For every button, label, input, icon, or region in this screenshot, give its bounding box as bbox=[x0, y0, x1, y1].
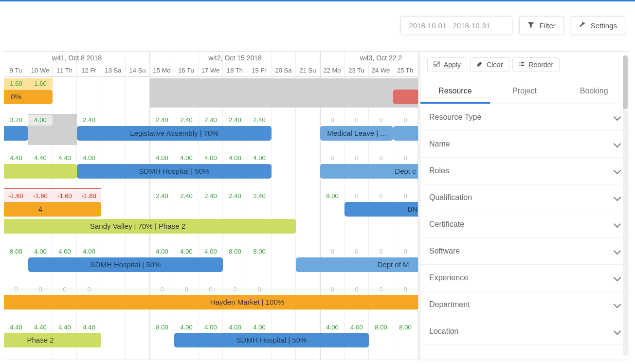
capacity-cell: 2.40 bbox=[174, 115, 199, 126]
apply-button[interactable]: Apply bbox=[427, 57, 467, 72]
tab-resource[interactable]: Resource bbox=[420, 80, 490, 104]
filter-name[interactable]: Name bbox=[420, 131, 629, 158]
filter-resource-type[interactable]: Resource Type bbox=[420, 104, 629, 131]
reorder-button[interactable]: Reorder bbox=[512, 57, 560, 72]
capacity-cell: -1.60 bbox=[77, 191, 101, 201]
capacity-cell: 8.00 bbox=[369, 322, 393, 333]
filter-software[interactable]: Software bbox=[420, 238, 629, 265]
date-range-input[interactable]: 2018-10-01 - 2018-10-31 bbox=[400, 16, 512, 35]
day-header[interactable]: 23 Tu bbox=[345, 64, 369, 77]
day-header[interactable]: 21 Su bbox=[296, 64, 320, 77]
capacity-cell: 4.00 bbox=[345, 322, 369, 333]
day-header[interactable]: 9 Tu bbox=[4, 64, 28, 77]
gantt-chart[interactable]: w41, Oct 8 2018w42, Oct 15 2018w43, Oct … bbox=[4, 51, 418, 360]
capacity-cell: 0 bbox=[393, 284, 417, 295]
day-header[interactable]: 13 Sa bbox=[101, 64, 126, 77]
capacity-cell: 8.00 bbox=[393, 322, 417, 333]
capacity-cell: 0 bbox=[345, 153, 369, 164]
capacity-cell: 8.00 bbox=[150, 322, 174, 333]
day-header[interactable]: 16 Tu bbox=[174, 64, 199, 77]
wrench-icon bbox=[579, 21, 586, 30]
capacity-cell: 4.00 bbox=[199, 322, 223, 333]
capacity-cell: 8.00 bbox=[223, 246, 247, 257]
capacity-cell: 4.00 bbox=[77, 246, 101, 257]
booking-bar[interactable] bbox=[4, 126, 28, 141]
capacity-cell: -1.60 bbox=[4, 191, 28, 201]
capacity-cell: 4.00 bbox=[223, 153, 247, 164]
booking-bar[interactable]: Sandy Valley | 70% | Phase 2 bbox=[4, 219, 296, 234]
day-header[interactable]: 17 We bbox=[199, 64, 223, 77]
capacity-cell: 1.60 bbox=[28, 78, 53, 89]
booking-bar[interactable]: SDMH Hospital | 50% bbox=[28, 257, 223, 272]
chevron-down-icon bbox=[615, 247, 620, 255]
filter-location[interactable]: Location bbox=[420, 318, 629, 345]
day-header[interactable]: 24 We bbox=[369, 64, 393, 77]
capacity-cell: 8.00 bbox=[320, 191, 345, 201]
day-header[interactable]: 18 Th bbox=[223, 64, 247, 77]
chevron-down-icon bbox=[615, 273, 620, 282]
capacity-cell: 0 bbox=[369, 153, 393, 164]
booking-bar[interactable]: SDMH Hospital | 50% bbox=[174, 333, 369, 347]
check-icon bbox=[434, 61, 440, 69]
booking-bar[interactable] bbox=[393, 90, 418, 104]
capacity-cell: 0 bbox=[369, 246, 393, 257]
capacity-cell: 4.40 bbox=[4, 153, 28, 164]
filter-roles[interactable]: Roles bbox=[420, 158, 629, 184]
apply-button-label: Apply bbox=[444, 61, 461, 69]
day-header[interactable]: 15 Mo bbox=[150, 64, 174, 77]
settings-button[interactable]: Settings bbox=[571, 16, 625, 35]
capacity-cell: -1.60 bbox=[53, 191, 77, 201]
chevron-down-icon bbox=[615, 166, 620, 175]
day-header[interactable]: 22 Mo bbox=[320, 64, 345, 77]
day-header[interactable]: 20 Sa bbox=[272, 64, 296, 77]
day-header[interactable]: 14 Su bbox=[126, 64, 150, 77]
filter-experience[interactable]: Experience bbox=[420, 265, 629, 291]
booking-bar[interactable]: BNG I bbox=[345, 202, 418, 217]
capacity-cell: 2.40 bbox=[247, 191, 272, 201]
booking-bar[interactable]: 4 bbox=[4, 202, 101, 217]
capacity-cell: 2.40 bbox=[223, 191, 247, 201]
day-header[interactable]: 11 Th bbox=[53, 64, 77, 77]
filter-department[interactable]: Department bbox=[420, 291, 629, 318]
day-header[interactable]: 25 Th bbox=[393, 64, 417, 77]
week-header: w42, Oct 15 2018 bbox=[150, 52, 320, 64]
booking-bar[interactable]: Dept c bbox=[320, 164, 418, 179]
capacity-cell: 0 bbox=[393, 115, 417, 126]
capacity-cell: 4.00 bbox=[223, 322, 247, 333]
filter-tabs: Resource Project Booking bbox=[420, 80, 629, 104]
scrollbar-thumb[interactable] bbox=[623, 55, 628, 109]
week-header: w41, Oct 8 2018 bbox=[4, 52, 150, 64]
day-header[interactable]: 19 Fr bbox=[247, 64, 272, 77]
chevron-down-icon bbox=[615, 140, 620, 148]
settings-button-label: Settings bbox=[591, 21, 617, 30]
filter-certificate[interactable]: Certificate bbox=[420, 211, 629, 238]
tab-booking[interactable]: Booking bbox=[559, 80, 629, 104]
panel-scrollbar[interactable] bbox=[623, 55, 628, 356]
day-header[interactable]: 26 Fr bbox=[417, 64, 418, 77]
capacity-cell: 4.00 bbox=[28, 115, 53, 126]
booking-bar[interactable]: Hayden Market | 100% bbox=[4, 295, 418, 309]
booking-bar[interactable]: Casual bbox=[393, 126, 418, 141]
capacity-cell: 4.00 bbox=[77, 153, 101, 164]
list-icon bbox=[519, 61, 525, 69]
booking-bar[interactable]: Legislative Assembly | 70% bbox=[77, 126, 272, 141]
day-header[interactable]: 12 Fr bbox=[77, 64, 101, 77]
filter-button[interactable]: Filter bbox=[519, 16, 563, 35]
booking-bar[interactable]: SDMH Hospital | 50% bbox=[77, 164, 272, 179]
day-header[interactable]: 10 We bbox=[28, 64, 53, 77]
filter-qualification[interactable]: Qualification bbox=[420, 184, 629, 211]
booking-bar[interactable]: Dept of M bbox=[296, 257, 418, 272]
capacity-cell: 0 bbox=[4, 284, 28, 295]
capacity-cell: 0 bbox=[223, 284, 247, 295]
capacity-cell: 0 bbox=[345, 284, 369, 295]
booking-bar[interactable]: 0% bbox=[4, 90, 53, 104]
tab-project[interactable]: Project bbox=[490, 80, 560, 104]
filter-button-label: Filter bbox=[539, 21, 555, 30]
reorder-button-label: Reorder bbox=[529, 61, 554, 69]
clear-button[interactable]: Clear bbox=[470, 57, 509, 72]
capacity-cell: 2.40 bbox=[199, 115, 223, 126]
booking-bar[interactable]: Phase 2 bbox=[4, 333, 101, 347]
booking-bar[interactable]: Medical Leave | ... bbox=[320, 126, 393, 141]
booking-bar[interactable] bbox=[4, 164, 77, 179]
clear-button-label: Clear bbox=[487, 61, 503, 69]
